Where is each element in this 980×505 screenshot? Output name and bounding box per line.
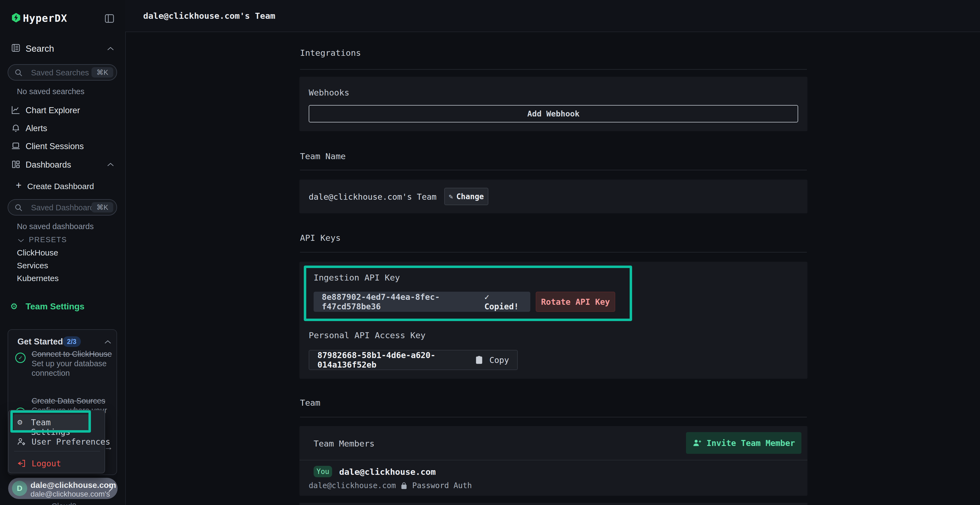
card-divider: [299, 460, 807, 461]
team-members-label: Team Members: [313, 438, 375, 448]
client-sessions-icon: [11, 141, 21, 151]
team-name-value: dale@clickhouse.com's Team: [309, 192, 437, 202]
sidebar: HyperDX Search Saved Searches ⌘K No save…: [0, 0, 126, 505]
account-button[interactable]: D dale@clickhouse.com dale@clickhouse.co…: [8, 478, 118, 499]
chevron-right-icon: [108, 484, 113, 492]
plus-icon: +: [16, 179, 22, 191]
step-description: Set up your database connection: [32, 359, 113, 378]
user-gear-icon: [17, 437, 26, 446]
copied-indicator: ✓ Copied!: [484, 292, 522, 311]
divider: [300, 417, 807, 418]
shortcut-badge: ⌘K: [91, 202, 113, 213]
preset-clickhouse[interactable]: ClickHouse: [17, 248, 58, 257]
step-title: Connect to ClickHouse: [32, 349, 113, 359]
invite-team-member-button[interactable]: Invite Team Member: [686, 432, 802, 454]
member-email: dale@clickhouse.com: [309, 481, 396, 490]
member-details-row: dale@clickhouse.com Password Auth: [309, 481, 472, 490]
rotate-api-key-button[interactable]: Rotate API Key: [536, 292, 615, 312]
sidebar-item-team-settings[interactable]: Team Settings: [25, 302, 84, 311]
sidebar-item-client-sessions[interactable]: Client Sessions: [25, 141, 84, 151]
check-circle-icon: ✓: [15, 353, 25, 363]
account-subtitle: dale@clickhouse.com's: [30, 490, 110, 499]
saved-dashboards-placeholder: Saved Dashboards: [31, 203, 98, 212]
change-label: Change: [456, 192, 484, 201]
personal-api-key-value: 87982668-58b1-4d6e-a620-014a136f52eb: [317, 351, 469, 370]
you-badge: You: [313, 466, 332, 477]
search-section-icon: [11, 43, 21, 53]
menu-divider: [14, 451, 100, 451]
no-saved-dashboards-note: No saved dashboards: [17, 222, 94, 231]
personal-api-key-label: Personal API Access Key: [309, 330, 425, 340]
auth-method: Password Auth: [412, 481, 472, 490]
get-started-progress-badge: 2/3: [63, 336, 81, 347]
team-members-card: Team Members Invite Team Member You dale…: [299, 426, 807, 496]
create-dashboard-button[interactable]: Create Dashboard: [27, 182, 94, 191]
top-bar: dale@clickhouse.com's Team: [125, 0, 980, 32]
dashboards-icon: [11, 159, 21, 169]
saved-searches-input[interactable]: Saved Searches ⌘K: [8, 64, 117, 81]
app-title: HyperDX: [23, 13, 67, 24]
search-icon: [14, 68, 23, 77]
page-title: dale@clickhouse.com's Team: [143, 0, 980, 32]
team-name-card: dale@clickhouse.com's Team ✎ Change: [299, 179, 807, 213]
collapse-sidebar-button[interactable]: [104, 13, 115, 24]
api-keys-heading: API Keys: [300, 233, 340, 243]
copy-label: Copy: [490, 355, 509, 365]
saved-dashboards-input[interactable]: Saved Dashboards ⌘K: [8, 199, 117, 216]
clipped-footer-text: Cloud9: [41, 502, 87, 505]
webhooks-card: Webhooks Add Webhook: [299, 77, 807, 131]
hyperdx-logo-icon: [11, 13, 21, 23]
gear-icon: ⚙: [11, 300, 17, 312]
logout-icon: [17, 459, 26, 468]
member-name: dale@clickhouse.com: [339, 467, 436, 477]
sidebar-item-chart-explorer[interactable]: Chart Explorer: [25, 106, 80, 115]
api-keys-card: Ingestion API Key 8e887902-4ed7-44ea-8fe…: [299, 262, 807, 379]
team-heading: Team: [300, 398, 320, 408]
sidebar-item-alerts[interactable]: Alerts: [25, 124, 47, 133]
ingestion-api-key-value-box[interactable]: 8e887902-4ed7-44ea-8fec-f47cd578be36 ✓ C…: [313, 292, 530, 312]
no-saved-searches-note: No saved searches: [17, 87, 84, 96]
menu-item-team-settings[interactable]: ⚙ Team Settings: [14, 414, 89, 430]
shortcut-badge: ⌘K: [91, 67, 113, 78]
ingestion-api-key-value: 8e887902-4ed7-44ea-8fec-f47cd578be36: [322, 292, 473, 311]
integrations-heading: Integrations: [300, 48, 361, 58]
get-started-title: Get Started: [18, 337, 63, 347]
search-icon: [14, 203, 23, 212]
account-menu: ⚙ Team Settings User Preferences Logout: [8, 410, 105, 473]
clipboard-icon: [475, 356, 483, 364]
next-card-edge: [299, 503, 807, 505]
saved-searches-placeholder: Saved Searches: [31, 68, 89, 77]
step-title: Create Data Sources: [32, 396, 116, 406]
chevron-up-icon[interactable]: [107, 162, 115, 167]
invite-label: Invite Team Member: [706, 438, 795, 448]
divider: [300, 170, 807, 170]
add-webhook-button[interactable]: Add Webhook: [309, 105, 798, 122]
preset-services[interactable]: Services: [17, 261, 48, 270]
change-team-name-button[interactable]: ✎ Change: [444, 188, 488, 205]
app-window: HyperDX Search Saved Searches ⌘K No save…: [0, 0, 980, 505]
webhooks-label: Webhooks: [309, 87, 349, 97]
chart-explorer-icon: [11, 105, 21, 115]
chevron-up-icon[interactable]: [104, 340, 111, 345]
chevron-down-icon[interactable]: [18, 238, 24, 243]
sidebar-item-search[interactable]: Search: [25, 43, 54, 54]
pencil-icon: ✎: [449, 192, 453, 200]
alerts-bell-icon: [11, 123, 21, 133]
lock-icon: [401, 482, 407, 489]
gear-icon: ⚙: [18, 417, 22, 427]
ingestion-api-key-label: Ingestion API Key: [313, 273, 400, 283]
chevron-up-icon[interactable]: [107, 46, 115, 51]
personal-api-key-value-box[interactable]: 87982668-58b1-4d6e-a620-014a136f52eb Cop…: [309, 350, 518, 370]
preset-kubernetes[interactable]: Kubernetes: [17, 274, 59, 283]
person-plus-icon: [692, 438, 702, 448]
team-name-heading: Team Name: [300, 151, 346, 161]
get-started-item-1[interactable]: Connect to ClickHouse Set up your databa…: [32, 349, 113, 378]
avatar: D: [12, 481, 27, 496]
account-name: dale@clickhouse.com: [30, 481, 116, 490]
sidebar-item-dashboards[interactable]: Dashboards: [25, 160, 71, 170]
divider: [300, 69, 807, 70]
divider: [300, 252, 807, 252]
presets-header[interactable]: PRESETS: [29, 236, 67, 244]
